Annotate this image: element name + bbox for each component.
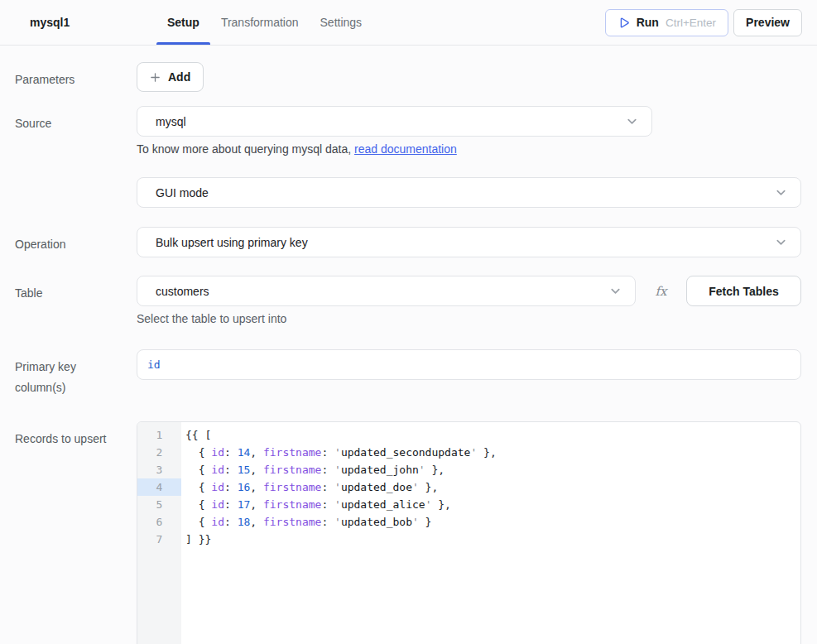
code-line: {{ [ <box>185 426 800 444</box>
mode-row: GUI mode <box>15 177 801 208</box>
editor-code: {{ [ { id: 14, firstname: 'updated_secon… <box>181 422 800 644</box>
source-row: Source mysql To know more about querying… <box>15 106 801 156</box>
table-label: Table <box>15 276 137 325</box>
tab-bar: Setup Transformation Settings <box>156 0 372 45</box>
code-line: { id: 14, firstname: 'updated_secondupda… <box>185 444 800 461</box>
read-documentation-link[interactable]: read documentation <box>354 142 457 156</box>
code-line: { id: 15, firstname: 'updated_john' }, <box>185 461 800 478</box>
tab-transformation[interactable]: Transformation <box>210 0 310 45</box>
code-line: ] }} <box>185 531 800 548</box>
line-number: 3 <box>137 461 181 478</box>
line-number: 2 <box>137 444 181 461</box>
add-parameter-label: Add <box>168 70 190 84</box>
preview-button[interactable]: Preview <box>733 9 802 36</box>
operation-select[interactable]: Bulk upsert using primary key <box>137 227 801 257</box>
operation-row: Operation Bulk upsert using primary key <box>15 227 801 257</box>
tab-setup[interactable]: Setup <box>156 0 210 45</box>
primary-key-value: id <box>147 358 161 371</box>
line-number: 5 <box>137 496 181 513</box>
query-setup-form: Parameters Add Source mysql <box>0 46 817 644</box>
records-label: Records to upsert <box>15 421 137 644</box>
line-number: 6 <box>137 513 181 531</box>
run-label: Run <box>637 16 659 29</box>
source-select[interactable]: mysql <box>137 106 652 137</box>
chevron-down-icon <box>775 236 787 248</box>
parameters-row: Parameters Add <box>15 62 801 92</box>
chevron-down-icon <box>609 285 622 297</box>
run-button[interactable]: Run Ctrl+Enter <box>605 9 728 36</box>
code-line: { id: 17, firstname: 'updated_alice' }, <box>185 496 800 513</box>
table-select[interactable]: customers <box>137 276 636 306</box>
line-number: 7 <box>137 531 181 548</box>
code-line: { id: 16, firstname: 'updated_doe' }, <box>185 478 800 496</box>
header-actions: Run Ctrl+Enter Preview <box>605 9 802 36</box>
source-label: Source <box>15 106 137 156</box>
table-select-value: customers <box>156 285 209 298</box>
code-editor[interactable]: 1234567 {{ [ { id: 14, firstname: 'updat… <box>137 421 801 644</box>
add-parameter-button[interactable]: Add <box>137 62 204 92</box>
primary-key-input[interactable]: id <box>137 349 801 380</box>
query-title: mysql1 <box>0 16 156 29</box>
table-row: Table customers fx Fetch Tables Select t… <box>15 276 801 325</box>
play-icon <box>618 17 630 29</box>
mode-select-value: GUI mode <box>156 186 209 199</box>
line-number: 1 <box>137 426 181 444</box>
run-shortcut: Ctrl+Enter <box>666 17 716 29</box>
source-select-value: mysql <box>156 115 186 128</box>
code-line: { id: 18, firstname: 'updated_bob' } <box>185 513 800 531</box>
tab-settings[interactable]: Settings <box>310 0 373 45</box>
parameters-label: Parameters <box>15 62 137 92</box>
operation-label: Operation <box>15 227 137 257</box>
primary-key-row: Primary key column(s) id <box>15 349 801 397</box>
editor-gutter: 1234567 <box>137 422 181 644</box>
chevron-down-icon <box>626 115 638 127</box>
source-helper-prefix: To know more about querying mysql data, <box>137 142 354 156</box>
operation-select-value: Bulk upsert using primary key <box>156 236 308 249</box>
chevron-down-icon <box>775 186 787 199</box>
plus-icon <box>150 72 161 83</box>
mode-select[interactable]: GUI mode <box>137 177 801 208</box>
mode-label-spacer <box>15 177 137 208</box>
source-helper-text: To know more about querying mysql data, … <box>137 142 801 156</box>
query-editor-header: mysql1 Setup Transformation Settings Run… <box>0 0 817 46</box>
fx-toggle[interactable]: fx <box>636 284 686 299</box>
primary-key-label: Primary key column(s) <box>15 349 137 397</box>
records-row: Records to upsert 1234567 {{ [ { id: 14,… <box>15 421 801 644</box>
line-number: 4 <box>137 478 181 496</box>
fetch-tables-button[interactable]: Fetch Tables <box>686 276 801 306</box>
table-helper-text: Select the table to upsert into <box>137 312 801 325</box>
